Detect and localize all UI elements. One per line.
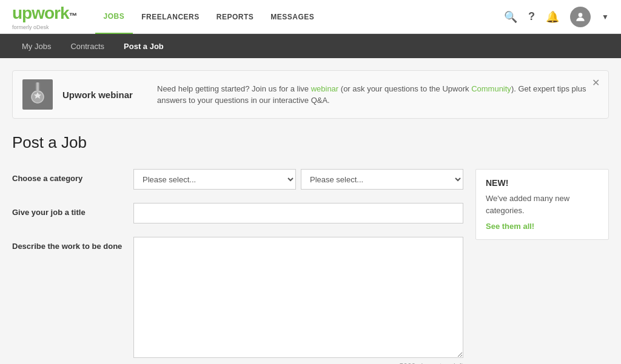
medal-icon (29, 82, 47, 107)
secondary-navigation: My Jobs Contracts Post a Job (0, 34, 621, 58)
nav-item-messages[interactable]: MESSAGES (262, 0, 323, 34)
nav-item-freelancers[interactable]: FREELANCERS (133, 0, 208, 34)
description-fields: 5000 characters left (133, 237, 463, 364)
webinar-title: Upwork webinar (62, 90, 135, 100)
job-title-input[interactable] (133, 203, 463, 223)
form-main: Choose a category Please select... Pleas… (12, 169, 463, 364)
description-row: Describe the work to be done 5000 charac… (12, 237, 463, 364)
description-label: Describe the work to be done (12, 237, 133, 251)
category-label: Choose a category (12, 169, 133, 183)
logo-formerly: formerly oDesk (12, 24, 77, 30)
sec-nav-my-jobs[interactable]: My Jobs (12, 34, 61, 58)
description-textarea[interactable] (133, 237, 463, 358)
title-row: Give your job a title (12, 203, 463, 223)
sec-nav-contracts[interactable]: Contracts (61, 34, 114, 58)
banner-close-button[interactable]: ✕ (592, 77, 600, 88)
nav-right: 🔍 ? 🔔 ▼ (504, 7, 609, 27)
category-selects: Please select... Please select... (133, 169, 463, 190)
nav-links: JOBS FREELANCERS REPORTS MESSAGES (95, 0, 505, 34)
logo-text: upwork™ (12, 4, 77, 23)
main-content: Upwork webinar Need help getting started… (0, 58, 621, 364)
see-all-link[interactable]: See them all! (486, 222, 534, 231)
side-box-title: NEW! (486, 178, 599, 188)
side-box-text: We've added many new categories. (486, 193, 599, 216)
category-select-2[interactable]: Please select... (301, 169, 463, 190)
category-fields: Please select... Please select... (133, 169, 463, 190)
sec-nav-post-a-job[interactable]: Post a Job (114, 34, 173, 58)
webinar-icon (22, 79, 53, 110)
logo[interactable]: upwork™ formerly oDesk (12, 4, 77, 30)
svg-rect-4 (36, 82, 39, 91)
account-chevron-icon[interactable]: ▼ (602, 13, 609, 21)
community-link[interactable]: Community (471, 84, 511, 93)
search-icon[interactable]: 🔍 (504, 10, 517, 24)
webinar-text: Need help getting started? Join us for a… (157, 83, 599, 107)
avatar[interactable] (570, 7, 591, 27)
svg-point-0 (579, 13, 583, 17)
nav-item-reports[interactable]: REPORTS (208, 0, 263, 34)
help-icon[interactable]: ? (528, 10, 535, 23)
side-box: NEW! We've added many new categories. Se… (475, 169, 609, 240)
notifications-icon[interactable]: 🔔 (546, 10, 559, 24)
category-row: Choose a category Please select... Pleas… (12, 169, 463, 190)
webinar-banner: Upwork webinar Need help getting started… (12, 70, 609, 119)
title-fields (133, 203, 463, 223)
form-layout: Choose a category Please select... Pleas… (12, 169, 609, 364)
category-select-1[interactable]: Please select... (133, 169, 296, 190)
nav-item-jobs[interactable]: JOBS (95, 0, 133, 34)
webinar-link[interactable]: webinar (311, 84, 339, 93)
page-title: Post a Job (12, 133, 609, 152)
title-label: Give your job a title (12, 203, 133, 217)
top-navigation: upwork™ formerly oDesk JOBS FREELANCERS … (0, 0, 621, 34)
